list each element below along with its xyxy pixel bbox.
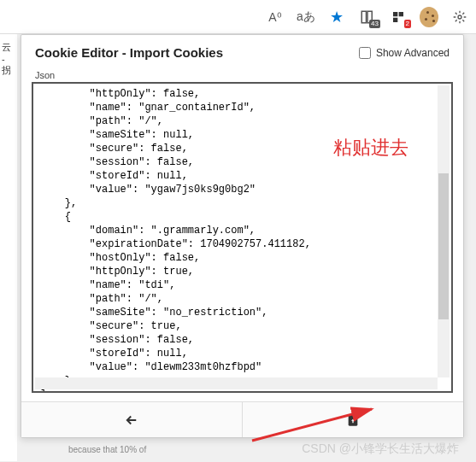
import-file-icon [346, 412, 360, 428]
arrow-left-icon [124, 412, 139, 428]
popup-title: Cookie Editor - Import Cookies [35, 45, 223, 60]
json-textarea[interactable]: "httpOnly": false, "name": "gnar_contain… [33, 84, 451, 391]
csdn-watermark: CSDN @小锋学长生活大爆炸 [302, 442, 459, 457]
svg-rect-0 [361, 11, 366, 23]
show-advanced-checkbox[interactable] [359, 47, 371, 59]
horizontal-scrollbar[interactable] [35, 377, 438, 389]
json-field-label: Json [21, 70, 463, 82]
text-size-icon[interactable]: A⁰ [266, 8, 285, 26]
svg-point-2 [458, 15, 461, 19]
show-advanced-toggle[interactable]: Show Advanced [359, 47, 450, 59]
extension-badge: 2 [404, 20, 411, 28]
vertical-scrollbar[interactable] [438, 85, 450, 377]
show-advanced-label: Show Advanced [376, 47, 450, 59]
import-button[interactable] [243, 402, 463, 437]
popup-header: Cookie Editor - Import Cookies Show Adva… [21, 35, 463, 70]
background-page-text: 云 - 拐 [0, 34, 17, 461]
cookie-editor-extension-icon[interactable] [420, 8, 438, 26]
browser-toolbar: A⁰ aあ ★ 43 2 [0, 0, 476, 34]
settings-icon[interactable] [450, 8, 469, 26]
popup-footer [21, 401, 463, 437]
collections-badge: 43 [369, 20, 380, 28]
favorites-icon[interactable]: ★ [327, 8, 346, 26]
vertical-scrollbar-thumb[interactable] [438, 173, 449, 319]
back-button[interactable] [21, 402, 243, 437]
json-textarea-container: "httpOnly": false, "name": "gnar_contain… [32, 82, 453, 393]
extension-icon[interactable]: 2 [389, 8, 408, 26]
collections-icon[interactable]: 43 [358, 8, 377, 26]
translate-icon[interactable]: aあ [297, 8, 315, 26]
background-snippet: because that 10% of [68, 445, 146, 455]
cookie-editor-popup: Cookie Editor - Import Cookies Show Adva… [21, 34, 464, 438]
